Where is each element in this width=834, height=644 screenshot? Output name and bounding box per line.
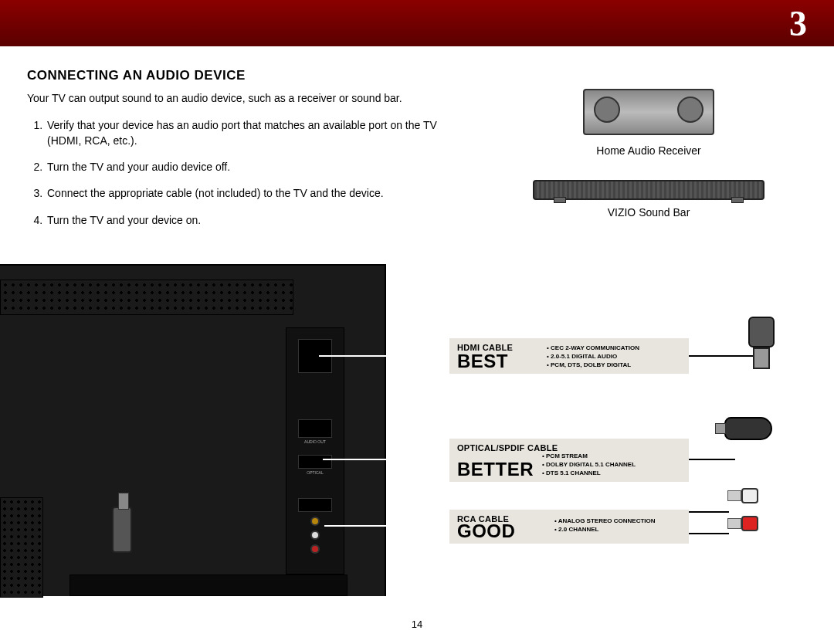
cable-line: [323, 459, 449, 460]
port-label: AUDIO OUT: [286, 439, 344, 444]
rca-plugs-icon: [727, 486, 789, 542]
feature-item: 2.0 CHANNEL: [554, 526, 656, 534]
tv-back-panel: AUDIO OUT OPTICAL: [0, 264, 386, 596]
cable-label-good: RCA CABLE GOOD ANALOG STEREO CONNECTION …: [449, 510, 689, 544]
cable-rating: BEST: [457, 351, 508, 372]
device-examples: Home Audio Receiver VIZIO Sound Bar: [525, 89, 772, 219]
cable-label-best: HDMI CABLE BEST CEC 2-WAY COMMUNICATION …: [449, 338, 689, 374]
cable-label-better: OPTICAL/SPDIF CABLE BETTER PCM STREAM DO…: [449, 439, 689, 482]
rca-white-plug-icon: [727, 486, 789, 505]
page-number: 14: [412, 619, 422, 630]
optical-plug-icon: [724, 417, 786, 463]
cable-line: [689, 533, 729, 534]
cable-features: CEC 2-WAY COMMUNICATION 2.0-5.1 DIGITAL …: [547, 344, 639, 369]
feature-item: DTS 5.1 CHANNEL: [542, 469, 636, 478]
cable-features: ANALOG STEREO CONNECTION 2.0 CHANNEL: [554, 517, 656, 534]
soundbar-label: VIZIO Sound Bar: [525, 206, 772, 219]
port-panel: AUDIO OUT OPTICAL: [286, 327, 344, 575]
feature-item: DOLBY DIGITAL 5.1 CHANNEL: [542, 461, 636, 469]
step-item: Turn the TV and your audio device off.: [46, 159, 459, 175]
section-intro: Your TV can output sound to an audio dev…: [27, 91, 459, 107]
connection-diagram: AUDIO OUT OPTICAL HDMI CABLE BEST CEC 2-…: [0, 264, 834, 604]
vent-grille: [0, 280, 293, 315]
cable-line: [689, 511, 729, 513]
port-label: OPTICAL: [286, 470, 344, 475]
audio-out-port-icon: [298, 455, 332, 469]
cable-line: [319, 355, 450, 357]
cable-line: [324, 525, 449, 527]
feature-item: PCM, DTS, DOLBY DIGITAL: [547, 361, 639, 370]
cable-rating: BETTER: [457, 459, 534, 480]
cable-type: OPTICAL/SPDIF CABLE: [457, 443, 681, 452]
vent-grille: [0, 497, 43, 598]
instruction-list: Verify that your device has an audio por…: [27, 117, 459, 228]
rca-red-port-icon: [310, 544, 320, 554]
step-item: Verify that your device has an audio por…: [46, 117, 459, 149]
feature-item: PCM STREAM: [542, 452, 636, 461]
feature-item: 2.0-5.1 DIGITAL AUDIO: [547, 353, 639, 361]
step-item: Connect the appropriate cable (not inclu…: [46, 185, 459, 201]
hdmi-plug-bottom-icon: [112, 507, 132, 553]
chapter-number: 3: [789, 3, 807, 44]
usb-port-icon: [298, 419, 332, 438]
soundbar-illustration: [533, 180, 764, 200]
step-item: Turn the TV and your device on.: [46, 212, 459, 228]
feature-item: CEC 2-WAY COMMUNICATION: [547, 344, 639, 353]
bottom-port-row: [70, 575, 348, 596]
hdmi-plug-icon: [743, 317, 780, 372]
rca-yellow-port-icon: [310, 517, 320, 526]
receiver-illustration: [583, 89, 714, 135]
chapter-header: 3: [0, 0, 834, 46]
cable-rating: GOOD: [457, 520, 515, 542]
rca-red-plug-icon: [727, 514, 789, 533]
receiver-label: Home Audio Receiver: [525, 144, 772, 157]
feature-item: ANALOG STEREO CONNECTION: [554, 517, 656, 526]
rca-white-port-icon: [310, 530, 320, 540]
cable-features: PCM STREAM DOLBY DIGITAL 5.1 CHANNEL DTS…: [542, 452, 636, 477]
section-title: CONNECTING AN AUDIO DEVICE: [27, 68, 807, 83]
optical-port-icon: [298, 498, 332, 512]
